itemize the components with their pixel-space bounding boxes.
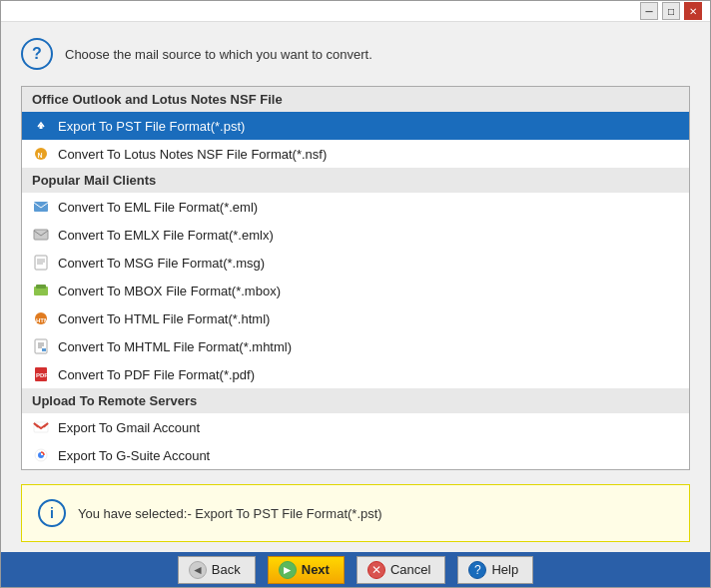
list-item-label-convert-eml: Convert To EML File Format(*.eml) <box>58 200 258 215</box>
svg-text:PDF: PDF <box>36 372 48 378</box>
list-item-convert-eml[interactable]: Convert To EML File Format(*.eml) <box>22 193 689 221</box>
gsuite-icon <box>32 446 50 464</box>
close-button[interactable]: ✕ <box>684 2 702 20</box>
list-item-label-convert-emlx: Convert To EMLX File Format(*.emlx) <box>58 228 274 243</box>
footer: ◄ Back ► Next ✕ Cancel ? Help <box>1 552 710 587</box>
help-button[interactable]: ? Help <box>457 556 533 584</box>
emlx-icon <box>32 226 50 244</box>
restore-button[interactable]: □ <box>662 2 680 20</box>
list-item-convert-mbox[interactable]: Convert To MBOX File Format(*.mbox) <box>22 277 689 304</box>
next-icon: ► <box>279 561 297 579</box>
title-bar: ─ □ ✕ <box>1 1 710 22</box>
header-text: Choose the mail source to which you want… <box>65 47 372 62</box>
eml-icon <box>32 198 50 216</box>
next-label: Next <box>302 562 330 577</box>
mhtml-icon <box>32 337 50 355</box>
title-bar-controls: ─ □ ✕ <box>640 2 702 20</box>
svg-rect-11 <box>36 285 46 289</box>
list-item-export-gsuite[interactable]: Export To G-Suite Account <box>22 441 689 469</box>
info-box-text: You have selected:- Export To PST File F… <box>78 506 382 521</box>
list-item-label-convert-nsf: Convert To Lotus Notes NSF File Format(*… <box>58 147 327 162</box>
category-header-remote-servers: Upload To Remote Servers <box>22 388 689 413</box>
list-item-label-export-pst: Export To PST File Format(*.pst) <box>58 119 245 134</box>
list-item-convert-msg[interactable]: Convert To MSG File Format(*.msg) <box>22 249 689 277</box>
back-icon: ◄ <box>189 561 207 579</box>
svg-text:N: N <box>38 152 43 159</box>
cancel-label: Cancel <box>390 562 430 577</box>
back-button[interactable]: ◄ Back <box>178 556 256 584</box>
list-item-label-convert-msg: Convert To MSG File Format(*.msg) <box>58 256 265 271</box>
header-row: ? Choose the mail source to which you wa… <box>21 38 690 70</box>
format-list[interactable]: Office Outlook and Lotus Notes NSF File … <box>21 86 690 470</box>
msg-icon <box>32 254 50 272</box>
cancel-icon: ✕ <box>367 561 385 579</box>
list-item-convert-emlx[interactable]: Convert To EMLX File Format(*.emlx) <box>22 221 689 249</box>
list-item-label-convert-mhtml: Convert To MHTML File Format(*.mhtml) <box>58 339 292 354</box>
category-header-popular-mail: Popular Mail Clients <box>22 168 689 193</box>
nsf-icon: N <box>32 145 50 163</box>
list-item-export-gmail[interactable]: Export To Gmail Account <box>22 413 689 441</box>
svg-rect-4 <box>34 202 48 212</box>
pst-icon <box>32 117 50 135</box>
minimize-button[interactable]: ─ <box>640 2 658 20</box>
gmail-icon <box>32 418 50 436</box>
svg-rect-1 <box>40 125 43 129</box>
list-item-label-export-gmail: Export To Gmail Account <box>58 420 200 435</box>
list-item-label-convert-pdf: Convert To PDF File Format(*.pdf) <box>58 367 255 382</box>
help-label: Help <box>491 562 518 577</box>
header-info-icon: ? <box>21 38 53 70</box>
svg-text:HTML: HTML <box>36 317 49 323</box>
list-item-convert-html[interactable]: HTML Convert To HTML File Format(*.html) <box>22 304 689 332</box>
html-icon: HTML <box>32 309 50 327</box>
info-box: i You have selected:- Export To PST File… <box>21 484 690 542</box>
list-item-convert-mhtml[interactable]: Convert To MHTML File Format(*.mhtml) <box>22 332 689 360</box>
content-area: ? Choose the mail source to which you wa… <box>1 22 710 552</box>
cancel-button[interactable]: ✕ Cancel <box>356 556 445 584</box>
list-item-label-convert-mbox: Convert To MBOX File Format(*.mbox) <box>58 284 281 298</box>
list-item-export-pst[interactable]: Export To PST File Format(*.pst) <box>22 112 689 140</box>
list-item-convert-pdf[interactable]: PDF Convert To PDF File Format(*.pdf) <box>22 360 689 388</box>
svg-rect-15 <box>42 348 46 351</box>
list-item-label-convert-html: Convert To HTML File Format(*.html) <box>58 311 270 326</box>
list-item-convert-nsf[interactable]: N Convert To Lotus Notes NSF File Format… <box>22 140 689 168</box>
help-icon: ? <box>468 561 486 579</box>
list-item-label-export-gsuite: Export To G-Suite Account <box>58 448 210 463</box>
svg-rect-6 <box>35 256 47 270</box>
mbox-icon <box>32 282 50 299</box>
main-window: ─ □ ✕ ? Choose the mail source to which … <box>0 0 711 588</box>
pdf-icon: PDF <box>32 365 50 383</box>
back-label: Back <box>212 562 241 577</box>
next-button[interactable]: ► Next <box>268 556 345 584</box>
info-box-icon: i <box>38 499 66 527</box>
svg-rect-5 <box>34 230 48 240</box>
category-header-office-lotus: Office Outlook and Lotus Notes NSF File <box>22 87 689 112</box>
